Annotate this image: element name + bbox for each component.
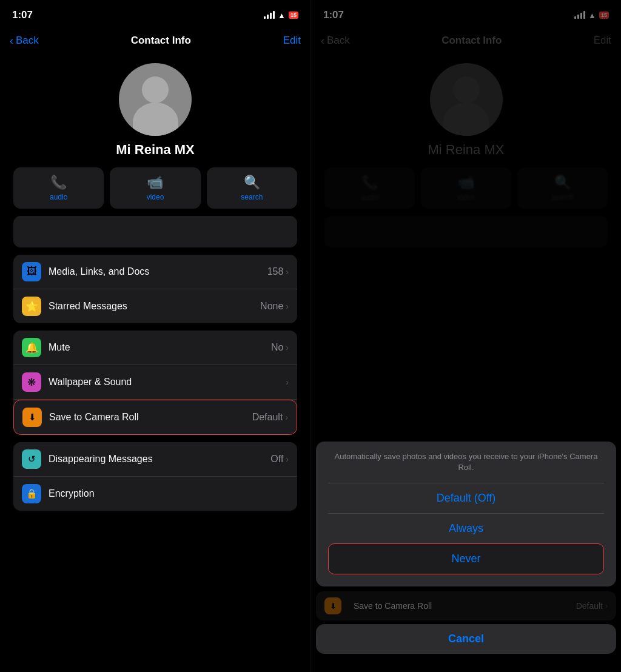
left-panel: 1:07 ▲ 15 ‹ Back Contact Info Edit Mi Re… — [0, 0, 310, 672]
mute-label-left: Mute — [49, 342, 271, 353]
option-always[interactable]: Always — [328, 513, 604, 543]
wallpaper-chevron-left: › — [286, 377, 289, 387]
mute-value-left: No — [271, 342, 283, 353]
media-links-item-left[interactable]: 🖼 Media, Links, and Docs 158 › — [13, 255, 297, 289]
camera-roll-icon-left: ⬇ — [22, 408, 42, 427]
signal-icon-left — [264, 12, 275, 19]
list-section-settings-left: 🔔 Mute No › ❋ Wallpaper & Sound › ⬇ Save… — [13, 331, 297, 435]
list-section-media-left: 🖼 Media, Links, and Docs 158 › ⭐ Starred… — [13, 255, 297, 323]
status-bar-left: 1:07 ▲ 15 — [0, 0, 310, 27]
back-chevron-left: ‹ — [10, 35, 13, 47]
camera-roll-value-left: Default — [252, 412, 283, 423]
avatar-body-left — [133, 102, 178, 136]
avatar-section-left: Mi Reina MX — [0, 57, 310, 167]
wifi-icon-left: ▲ — [278, 11, 286, 20]
media-value-left: 158 — [267, 266, 284, 277]
search-button-left[interactable]: 🔍 search — [207, 167, 297, 209]
audio-button-left[interactable]: 📞 audio — [13, 167, 104, 209]
option-never[interactable]: Never — [328, 543, 604, 574]
encryption-icon-left: 🔒 — [22, 484, 41, 503]
disappearing-value-left: Off — [270, 454, 283, 465]
shared-media-bar-left — [13, 216, 297, 247]
cancel-button[interactable]: Cancel — [316, 624, 616, 654]
avatar-left — [119, 63, 192, 136]
media-label-left: Media, Links, and Docs — [49, 266, 267, 277]
starred-item-left[interactable]: ⭐ Starred Messages None › — [13, 289, 297, 323]
disappearing-item-left[interactable]: ↺ Disappearing Messages Off › — [13, 442, 297, 477]
camera-roll-label-left: Save to Camera Roll — [49, 412, 252, 423]
video-label-left: video — [147, 193, 164, 201]
action-sheet-container: Automatically save photos and videos you… — [316, 442, 616, 586]
video-button-left[interactable]: 📹 video — [110, 167, 200, 209]
audio-icon-left: 📞 — [50, 175, 67, 190]
status-icons-left: ▲ 15 — [264, 11, 298, 20]
starred-label-left: Starred Messages — [49, 301, 260, 312]
encryption-label-left: Encryption — [49, 488, 289, 499]
status-time-left: 1:07 — [12, 9, 33, 21]
action-sheet-description: Automatically save photos and videos you… — [328, 451, 604, 473]
media-icon-left: 🖼 — [22, 262, 41, 281]
camera-roll-item-left[interactable]: ⬇ Save to Camera Roll Default › — [13, 400, 297, 435]
nav-title-left: Contact Info — [131, 35, 191, 47]
disappearing-chevron-left: › — [286, 454, 289, 464]
edit-button-left[interactable]: Edit — [283, 35, 301, 47]
action-sheet-overlay: Automatically save photos and videos you… — [311, 0, 621, 672]
starred-icon-left: ⭐ — [22, 297, 41, 316]
blurred-camera-roll-icon: ⬇ — [324, 597, 341, 614]
encryption-item-left[interactable]: 🔒 Encryption — [13, 477, 297, 511]
mute-item-left[interactable]: 🔔 Mute No › — [13, 331, 297, 365]
wallpaper-icon-left: ❋ — [22, 372, 41, 392]
wallpaper-item-left[interactable]: ❋ Wallpaper & Sound › — [13, 365, 297, 400]
disappearing-icon-left: ↺ — [22, 449, 41, 469]
action-buttons-left: 📞 audio 📹 video 🔍 search — [0, 167, 310, 209]
starred-value-left: None — [260, 301, 283, 312]
battery-left: 15 — [289, 12, 298, 19]
starred-chevron-left: › — [286, 301, 289, 311]
nav-bar-left: ‹ Back Contact Info Edit — [0, 27, 310, 57]
wallpaper-label-left: Wallpaper & Sound — [49, 377, 283, 388]
video-icon-left: 📹 — [147, 175, 163, 190]
back-label-left: Back — [16, 35, 39, 47]
media-chevron-left: › — [286, 267, 289, 277]
back-button-left[interactable]: ‹ Back — [10, 35, 39, 47]
right-panel: 1:07 ▲ 15 ‹ Back Contact Info Edit Mi Re… — [310, 0, 621, 672]
disappearing-label-left: Disappearing Messages — [49, 454, 270, 465]
list-section-advanced-left: ↺ Disappearing Messages Off › 🔒 Encrypti… — [13, 442, 297, 511]
camera-roll-chevron-left: › — [285, 412, 288, 422]
search-label-left: search — [241, 193, 263, 201]
audio-label-left: audio — [50, 193, 67, 201]
option-default-off[interactable]: Default (Off) — [328, 483, 604, 513]
mute-icon-left: 🔔 — [22, 338, 41, 357]
search-icon-left: 🔍 — [244, 175, 260, 190]
avatar-head-left — [142, 76, 169, 103]
contact-name-left: Mi Reina MX — [116, 142, 195, 158]
blurred-camera-roll: ⬇ Save to Camera Roll Default › — [316, 591, 616, 620]
blurred-camera-roll-label: Save to Camera Roll — [354, 601, 576, 611]
mute-chevron-left: › — [286, 343, 289, 352]
blurred-camera-roll-value: Default — [576, 601, 603, 611]
